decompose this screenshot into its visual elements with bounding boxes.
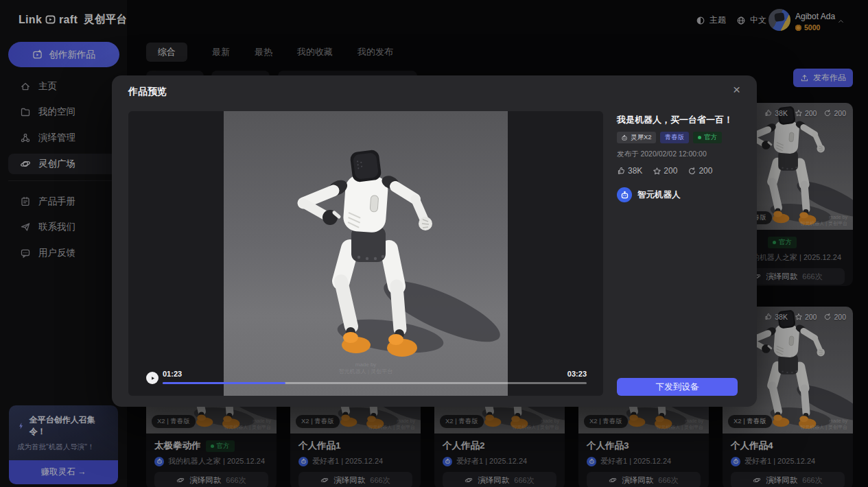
modal-title: 作品预览 xyxy=(128,86,167,98)
current-time: 01:23 xyxy=(163,370,182,378)
publish-date: 发布于 2020/02/02 12:00:00 xyxy=(617,150,738,159)
official-dot-icon xyxy=(698,136,701,139)
play-button[interactable] xyxy=(146,372,159,384)
progress-fill xyxy=(163,382,285,384)
player-controls: 01:23 03:23 xyxy=(146,370,587,386)
send-to-device-button[interactable]: 下发到设备 xyxy=(617,378,738,396)
progress-bar[interactable] xyxy=(163,382,587,384)
robot-icon xyxy=(621,134,628,141)
edition-tag: 青春版 xyxy=(660,132,690,143)
total-time: 03:23 xyxy=(567,370,587,378)
app-window: Link raft 灵创平台 创作新作品 主页 我的空间 演绎管理 灵创广场 xyxy=(0,0,868,487)
video-frame: made by 智元机器人 | 灵创平台 xyxy=(224,111,508,396)
author-name: 智元机器人 xyxy=(637,189,681,201)
robot-render xyxy=(224,111,508,396)
work-stats: 38K 200 200 xyxy=(617,166,738,176)
work-title: 我是机器人，买一台省一百！ xyxy=(617,114,738,126)
like-icon[interactable] xyxy=(617,167,626,176)
star-icon[interactable] xyxy=(653,167,661,176)
share-icon[interactable] xyxy=(688,167,696,176)
official-tag: 官方 xyxy=(693,132,722,143)
video-player[interactable]: made by 智元机器人 | 灵创平台 01:23 03:23 xyxy=(128,111,603,396)
work-tags: 灵犀X2 青春版 官方 xyxy=(617,132,738,143)
author-row[interactable]: 智元机器人 xyxy=(617,187,738,202)
robot-icon xyxy=(620,191,629,200)
model-tag: 灵犀X2 xyxy=(617,132,656,143)
play-icon xyxy=(150,375,156,381)
close-icon[interactable]: × xyxy=(733,83,740,97)
work-info-panel: 我是机器人，买一台省一百！ 灵犀X2 青春版 官方 发布于 2020/02/02… xyxy=(617,114,738,202)
work-preview-modal: 作品预览 × made by 智元机器人 | 灵创平台 01:23 03:23 xyxy=(112,75,757,407)
author-avatar xyxy=(617,187,632,202)
